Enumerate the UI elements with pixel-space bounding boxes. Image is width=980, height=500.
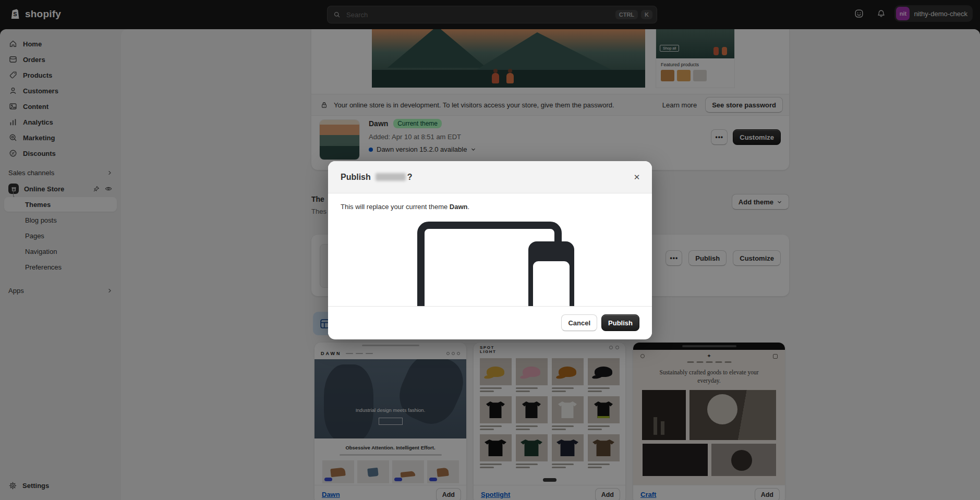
modal-title-suffix: ?	[407, 173, 413, 182]
close-icon[interactable]: ✕	[631, 172, 643, 183]
redacted-theme-name	[376, 173, 406, 181]
publish-theme-modal: Publish ? ✕ This will replace your curre…	[328, 161, 652, 339]
shopify-admin: S shopify CTRL K nit nithy-demo-check	[0, 0, 980, 500]
cancel-button[interactable]: Cancel	[561, 314, 597, 331]
modal-footer: Cancel Publish	[328, 306, 652, 339]
modal-message: This will replace your current theme Daw…	[328, 193, 652, 211]
modal-body: This will replace your current theme Daw…	[328, 193, 652, 306]
modal-header: Publish ? ✕	[328, 161, 652, 193]
modal-message-prefix: This will replace your current theme	[341, 203, 450, 211]
phone-preview-frame	[528, 241, 574, 306]
publish-button[interactable]: Publish	[601, 314, 639, 331]
modal-message-theme-name: Dawn	[450, 203, 468, 211]
modal-message-suffix: .	[467, 203, 469, 211]
modal-title: Publish ?	[341, 173, 413, 182]
modal-title-prefix: Publish	[341, 173, 371, 182]
